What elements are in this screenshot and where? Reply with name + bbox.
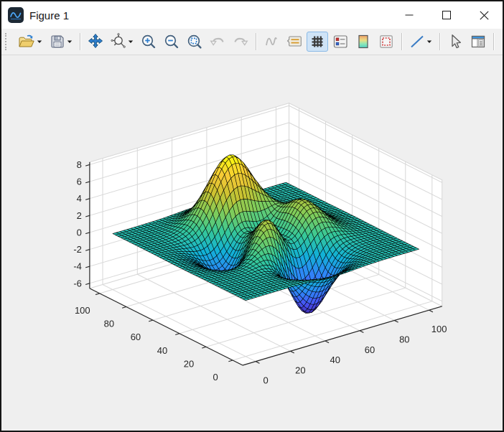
toolbar-separator [439,33,440,50]
redo-button[interactable] [230,32,251,52]
line-icon [409,33,426,50]
fit-view-icon [186,33,203,50]
zoom-out-icon [163,33,180,50]
close-button[interactable] [465,1,503,29]
pointer-icon [447,33,464,50]
insert-curve-button[interactable] [261,32,282,52]
maximize-button[interactable] [428,1,465,29]
figure-toolbar [1,29,503,55]
undo-button[interactable] [207,32,228,52]
zoom-in-icon [140,33,157,50]
plot-area [1,55,503,431]
inspector-button[interactable] [467,32,489,52]
chevron-down-icon [67,39,73,44]
chevron-down-icon [426,39,432,44]
minimize-icon [405,11,414,19]
figure-canvas[interactable] [1,55,503,431]
axes-properties-button[interactable] [330,32,351,52]
rotate-button[interactable] [108,32,136,52]
toolbar-separator [256,33,256,50]
copy-region-button[interactable] [375,32,397,52]
minimize-button[interactable] [391,1,428,29]
toolbar-separator [80,33,80,50]
line-style-button[interactable] [406,32,435,52]
titlebar: Figure 1 [1,1,503,29]
chevron-down-icon [37,39,42,44]
zoom-out-button[interactable] [161,32,182,52]
inspector-panel-icon [470,33,487,50]
pointer-button[interactable] [444,32,466,52]
maximize-icon [442,11,451,19]
figure-window: Figure 1 [0,0,504,432]
toolbar-separator [493,33,494,50]
sine-wave-icon [9,9,22,22]
toolbar-grip[interactable] [5,33,11,50]
save-icon [49,33,66,50]
copy-region-icon [378,33,395,50]
zoom-in-button[interactable] [138,32,159,52]
curve-icon [263,33,280,50]
legend-icon [286,33,303,50]
undo-icon [209,33,226,50]
close-icon [480,11,489,20]
grid-icon [309,33,326,50]
grid-button[interactable] [307,32,328,52]
colormap-icon [355,33,372,50]
window-title: Figure 1 [29,9,69,22]
pan-arrows-icon [87,33,104,50]
pan-button[interactable] [85,32,106,52]
toolbar-separator [401,33,402,50]
redo-icon [232,33,249,50]
open-folder-icon [17,33,36,50]
open-button[interactable] [15,32,45,52]
axes-properties-icon [332,33,349,50]
figure-app-icon[interactable] [8,7,24,23]
save-button[interactable] [47,32,75,52]
legend-button[interactable] [284,32,305,52]
chevron-down-icon [128,39,134,44]
rotate-3d-icon [110,33,127,50]
fit-view-button[interactable] [184,32,205,52]
colormap-button[interactable] [353,32,374,52]
